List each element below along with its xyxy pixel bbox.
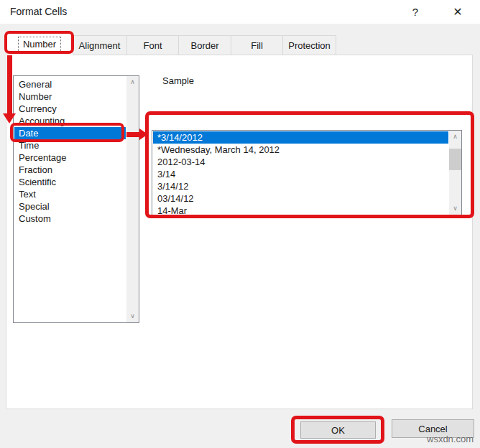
tab-border-label: Border (190, 40, 218, 51)
title-bar: Format Cells ? ✕ (0, 0, 480, 24)
category-item-special[interactable]: Special (14, 200, 126, 213)
type-item-4[interactable]: 3/14/12 (153, 180, 448, 192)
category-scrollbar[interactable]: ∧ ∨ (126, 76, 139, 322)
tab-number-label: Number (19, 37, 60, 52)
scrollbar-thumb[interactable] (449, 149, 461, 170)
scroll-up-icon[interactable]: ∧ (449, 131, 461, 143)
tab-protection[interactable]: Protection (282, 35, 336, 55)
tab-number[interactable]: Number (6, 33, 73, 55)
help-icon[interactable]: ? (405, 4, 426, 21)
tab-protection-label: Protection (288, 40, 331, 51)
category-item-number[interactable]: Number (14, 90, 126, 103)
category-item-time[interactable]: Time (14, 139, 126, 151)
type-item-0[interactable]: *3/14/2012 (153, 131, 448, 144)
type-item-5[interactable]: 03/14/12 (153, 192, 448, 205)
window-title: Format Cells (10, 6, 67, 17)
ok-button[interactable]: OK (300, 421, 376, 439)
tab-border[interactable]: Border (178, 35, 231, 55)
type-item-6[interactable]: 14-Mar (153, 205, 448, 215)
tab-font[interactable]: Font (126, 35, 179, 55)
category-item-text[interactable]: Text (14, 188, 126, 200)
category-listbox[interactable]: General Number Currency Accounting Date … (13, 75, 139, 323)
category-item-general[interactable]: General (14, 78, 126, 90)
scroll-down-icon[interactable]: ∨ (449, 202, 461, 215)
close-icon[interactable]: ✕ (447, 4, 469, 21)
type-item-1[interactable]: *Wednesday, March 14, 2012 (153, 144, 448, 156)
category-item-fraction[interactable]: Fraction (14, 164, 126, 176)
type-item-2[interactable]: 2012-03-14 (153, 156, 448, 168)
scroll-up-icon[interactable]: ∧ (126, 76, 139, 88)
tab-alignment-label: Alignment (79, 40, 121, 51)
tab-fill[interactable]: Fill (231, 35, 283, 55)
category-item-accounting[interactable]: Accounting (14, 115, 126, 127)
tab-font-label: Font (143, 40, 162, 51)
sample-label: Sample (160, 75, 197, 86)
category-item-date[interactable]: Date (14, 127, 126, 139)
type-scrollbar[interactable]: ∧ ∨ (449, 131, 461, 215)
watermark: wsxdn.com (427, 434, 474, 444)
scroll-down-icon[interactable]: ∨ (126, 310, 139, 322)
category-item-custom[interactable]: Custom (14, 213, 126, 225)
category-item-currency[interactable]: Currency (14, 103, 126, 115)
type-item-3[interactable]: 3/14 (153, 168, 448, 180)
tab-alignment[interactable]: Alignment (72, 35, 127, 55)
type-listbox[interactable]: *3/14/2012 *Wednesday, March 14, 2012 20… (152, 130, 462, 215)
category-item-scientific[interactable]: Scientific (14, 176, 126, 188)
category-item-percentage[interactable]: Percentage (14, 151, 126, 164)
tab-fill-label: Fill (251, 40, 263, 51)
